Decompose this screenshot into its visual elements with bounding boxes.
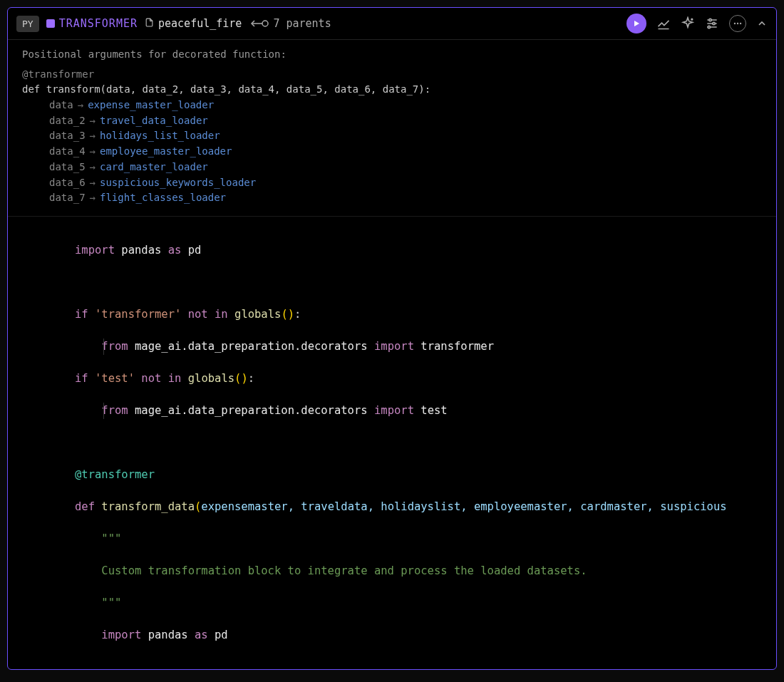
play-icon [632, 19, 641, 28]
svg-marker-2 [634, 21, 639, 26]
arrow-icon: → [90, 160, 96, 175]
chevron-up-icon [756, 18, 768, 29]
run-button[interactable] [626, 14, 646, 33]
arg-target-link[interactable]: travel_data_loader [100, 113, 208, 129]
arg-row: data_5→card_master_loader [49, 160, 762, 175]
arg-name: data_2 [49, 113, 86, 129]
arg-name: data_6 [49, 175, 86, 191]
arg-row: data_7→flight_classes_loader [49, 190, 762, 206]
chart-button[interactable] [656, 16, 671, 31]
arg-target-link[interactable]: expense_master_loader [88, 98, 214, 113]
parents-label: 7 parents [273, 17, 331, 30]
svg-point-7 [709, 19, 711, 21]
arg-row: data_4→employee_master_loader [49, 144, 762, 160]
settings-button[interactable] [705, 16, 719, 31]
arg-name: data [49, 98, 73, 113]
ai-button[interactable] [681, 16, 695, 31]
svg-point-8 [713, 22, 715, 24]
arrow-icon: → [90, 128, 96, 144]
arg-name: data_5 [49, 160, 86, 175]
arg-row: data→expense_master_loader [49, 98, 762, 113]
funcdef-line: def transform(data, data_2, data_3, data… [22, 82, 762, 98]
block-type-icon [46, 19, 55, 28]
arg-name: data_3 [49, 128, 86, 144]
ellipsis-icon [733, 19, 743, 29]
arrow-icon: → [90, 144, 96, 160]
svg-point-3 [691, 19, 693, 20]
block-header: PY TRANSFORMER peaceful_fire 7 parents [8, 8, 776, 40]
language-badge: PY [16, 16, 39, 32]
parents-chip[interactable]: 7 parents [249, 17, 331, 30]
arrow-icon: → [90, 113, 96, 129]
arrow-icon: → [90, 190, 96, 206]
collapse-button[interactable] [756, 18, 768, 29]
svg-point-11 [737, 23, 738, 24]
svg-point-10 [734, 23, 736, 24]
file-chip[interactable]: peaceful_fire [145, 17, 242, 31]
sliders-icon [705, 16, 719, 31]
status-bar [7, 670, 777, 682]
arrow-icon: → [90, 175, 96, 191]
block-type-label: TRANSFORMER [59, 17, 138, 30]
file-icon [145, 17, 154, 31]
file-name: peaceful_fire [158, 17, 242, 30]
parents-icon [249, 19, 269, 29]
sparkle-icon [681, 16, 695, 31]
block-type-chip[interactable]: TRANSFORMER [46, 17, 138, 30]
args-title: Positional arguments for decorated funct… [22, 47, 762, 63]
arg-row: data_6→suspicious_keywords_loader [49, 175, 762, 191]
arg-row: data_3→holidays_list_loader [49, 128, 762, 144]
svg-point-0 [262, 21, 268, 26]
arg-target-link[interactable]: suspicious_keywords_loader [100, 175, 256, 191]
svg-point-12 [740, 23, 741, 24]
args-meta: Positional arguments for decorated funct… [8, 40, 776, 217]
code-editor[interactable]: import pandas as pd if 'transformer' not… [8, 217, 776, 669]
decorator-line: @transformer [22, 67, 762, 83]
svg-point-9 [708, 26, 710, 28]
arg-name: data_4 [49, 144, 86, 160]
arg-target-link[interactable]: flight_classes_loader [100, 190, 226, 206]
arg-target-link[interactable]: holidays_list_loader [100, 128, 220, 144]
more-button[interactable] [729, 15, 746, 32]
arg-row: data_2→travel_data_loader [49, 113, 762, 129]
toolbar [626, 14, 768, 33]
arg-target-link[interactable]: card_master_loader [100, 160, 208, 175]
arg-name: data_7 [49, 190, 86, 206]
chart-icon [656, 16, 671, 31]
arg-target-link[interactable]: employee_master_loader [100, 144, 232, 160]
code-block: PY TRANSFORMER peaceful_fire 7 parents [7, 7, 777, 670]
arrow-icon: → [78, 98, 83, 113]
